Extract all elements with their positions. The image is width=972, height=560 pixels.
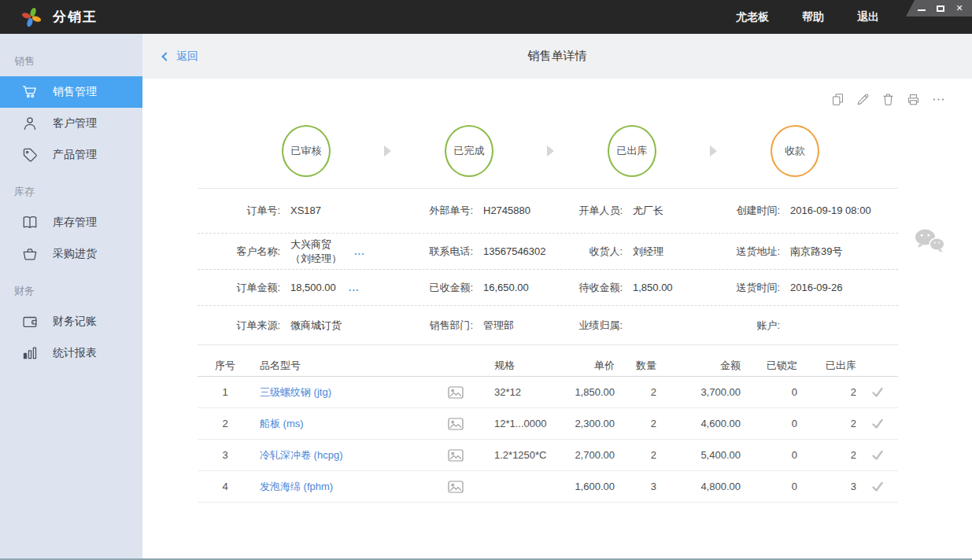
field-label: 收货人: <box>544 245 623 259</box>
content-body: 已审核 已完成 已出库 收款 订单号:XS187 外部单号:H2745880 开… <box>142 79 972 558</box>
items-table: 序号 品名型号 规格 单价 数量 金额 已锁定 已出库 1 三级螺纹钢 (jtg… <box>198 345 898 503</box>
sidebar-item-inventory-management[interactable]: 库存管理 <box>0 207 142 238</box>
item-shipped: 2 <box>797 449 856 461</box>
item-locked: 0 <box>741 418 797 429</box>
item-seq: 3 <box>198 449 253 461</box>
arrow-right-icon <box>710 146 717 157</box>
received-amount: 16,650.00 <box>483 281 529 295</box>
person-icon <box>21 115 39 132</box>
item-seq: 2 <box>198 418 253 429</box>
delete-button[interactable] <box>881 92 896 107</box>
product-link[interactable]: 发泡海绵 (fphm) <box>260 481 333 492</box>
printer-icon <box>906 92 921 107</box>
maximize-button[interactable] <box>935 4 946 13</box>
wallet-icon <box>21 313 39 330</box>
print-button[interactable] <box>906 92 921 107</box>
customer-more-link[interactable]: ... <box>354 245 365 257</box>
item-shipped: 2 <box>797 386 856 398</box>
arrow-right-icon <box>384 146 391 157</box>
arrow-right-icon <box>547 146 554 157</box>
col-header-price: 单价 <box>560 359 615 373</box>
field-label: 销售部门: <box>386 319 473 333</box>
sidebar-item-label: 产品管理 <box>53 148 97 162</box>
field-label: 送货地址: <box>701 245 780 259</box>
field-label: 账户: <box>701 319 780 333</box>
more-button[interactable] <box>931 92 946 107</box>
table-row: 2 船板 (ms) 12*1...0000 2,300.00 2 4,600.0… <box>198 408 898 440</box>
sidebar-item-customer-management[interactable]: 客户管理 <box>0 108 142 139</box>
image-icon[interactable] <box>442 386 469 399</box>
sidebar-section-sales: 销售 <box>0 46 142 76</box>
duplicate-icon <box>830 92 845 107</box>
col-header-locked: 已锁定 <box>741 359 797 373</box>
status-step-completed: 已完成 <box>445 125 493 177</box>
sidebar-item-product-management[interactable]: 产品管理 <box>0 139 142 171</box>
field-label: 订单号: <box>198 204 280 218</box>
field-label: 订单金额: <box>198 281 280 295</box>
field-label: 开单人员: <box>544 204 623 218</box>
back-button[interactable]: 返回 <box>163 50 198 64</box>
app-window: 分销王 尤老板 帮助 退出 ✕ 销售 销售管理 <box>0 0 972 560</box>
sidebar-item-statistics-reports[interactable]: 统计报表 <box>0 337 142 369</box>
user-menu[interactable]: 尤老板 <box>736 10 769 24</box>
order-info-row: 订单金额:18,500.00... 已收金额:16,650.00 待收金额:1,… <box>198 270 898 306</box>
item-locked: 0 <box>741 386 797 398</box>
minimize-button[interactable] <box>916 4 927 13</box>
book-icon <box>21 214 39 231</box>
app-title: 分销王 <box>53 8 98 26</box>
product-link[interactable]: 船板 (ms) <box>260 418 304 429</box>
amount-more-link[interactable]: ... <box>349 282 360 293</box>
item-locked: 0 <box>741 481 797 492</box>
item-price: 1,850.00 <box>560 386 615 398</box>
image-icon[interactable] <box>442 481 469 493</box>
close-button[interactable]: ✕ <box>954 4 965 13</box>
wechat-icon[interactable] <box>914 228 945 257</box>
item-amount: 4,800.00 <box>670 481 741 492</box>
sidebar: 销售 销售管理 客户管理 产品管理 库存 <box>0 34 142 558</box>
window-controls: ✕ <box>906 0 972 17</box>
col-header-shipped: 已出库 <box>797 359 856 373</box>
sidebar-item-label: 采购进货 <box>53 247 97 261</box>
created-time: 2016-09-19 08:00 <box>790 204 871 218</box>
customer-name: 大兴商贸 （刘经理） <box>290 238 342 266</box>
order-status-flow: 已审核 已完成 已出库 收款 <box>282 125 972 177</box>
item-amount: 4,600.00 <box>670 418 741 429</box>
table-row: 4 发泡海绵 (fphm) 1,600.00 3 4,800.00 0 3 <box>198 471 898 503</box>
item-amount: 3,700.00 <box>670 386 741 398</box>
field-label: 业绩归属: <box>544 319 623 333</box>
product-link[interactable]: 冷轧深冲卷 (hcpg) <box>260 449 342 461</box>
image-icon[interactable] <box>442 449 469 462</box>
table-header: 序号 品名型号 规格 单价 数量 金额 已锁定 已出库 <box>198 345 898 377</box>
ellipsis-icon <box>931 92 946 107</box>
order-source: 微商城订货 <box>290 319 342 333</box>
product-link[interactable]: 三级螺纹钢 (jtg) <box>260 386 331 398</box>
content-header: 返回 销售单详情 <box>142 34 972 79</box>
item-shipped: 2 <box>797 418 856 429</box>
edit-button[interactable] <box>856 92 870 107</box>
sidebar-item-label: 客户管理 <box>53 116 97 131</box>
delivery-time: 2016-09-26 <box>790 281 843 295</box>
status-step-approved: 已审核 <box>282 125 331 177</box>
duplicate-button[interactable] <box>830 92 845 107</box>
sidebar-item-label: 库存管理 <box>53 216 97 230</box>
field-label: 送货时间: <box>701 281 780 295</box>
sidebar-item-finance-bookkeeping[interactable]: 财务记账 <box>0 306 142 337</box>
field-label: 待收金额: <box>544 281 623 295</box>
order-number: XS187 <box>290 204 321 218</box>
sidebar-section-inventory: 库存 <box>0 171 142 207</box>
image-icon[interactable] <box>442 418 469 430</box>
sidebar-item-purchasing[interactable]: 采购进货 <box>0 238 142 270</box>
col-header-qty: 数量 <box>615 359 670 373</box>
sidebar-item-sales-management[interactable]: 销售管理 <box>0 76 142 108</box>
contact-phone: 13567546302 <box>483 245 546 259</box>
logout-menu[interactable]: 退出 <box>857 10 879 24</box>
order-amount: 18,500.00 <box>290 281 336 295</box>
order-info-row: 订单号:XS187 外部单号:H2745880 开单人员:尤厂长 创建时间:20… <box>198 189 898 234</box>
pencil-icon <box>856 92 870 107</box>
field-label: 外部单号: <box>386 204 473 218</box>
help-menu[interactable]: 帮助 <box>802 10 824 24</box>
table-row: 1 三级螺纹钢 (jtg) 32*12 1,850.00 2 3,700.00 … <box>198 377 898 408</box>
page-title: 销售单详情 <box>528 49 587 64</box>
order-info: 订单号:XS187 外部单号:H2745880 开单人员:尤厂长 创建时间:20… <box>198 189 898 345</box>
order-info-row: 客户名称:大兴商贸 （刘经理）... 联系电话:13567546302 收货人:… <box>198 234 898 270</box>
